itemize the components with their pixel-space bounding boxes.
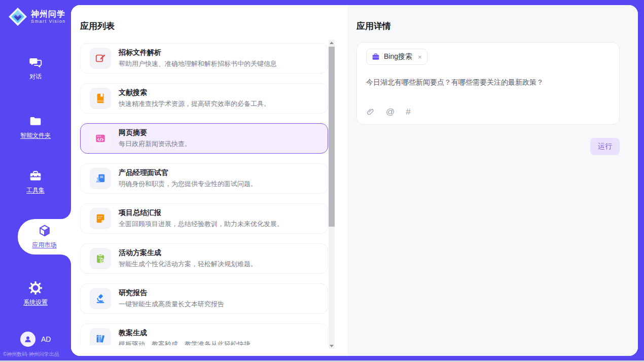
app-item-literature-search[interactable]: 文献搜索 快速精准查找学术资源，提高研究效率的必备工具。 — [80, 83, 328, 114]
interviewer-icon — [95, 173, 106, 184]
composer-toolbar: @ # — [366, 107, 610, 116]
user-avatar-icon — [23, 335, 32, 344]
sidebar-item-settings[interactable]: 系统设置 — [0, 281, 71, 307]
app-detail-title: 应用详情 — [356, 20, 620, 32]
hash-icon[interactable]: # — [406, 107, 410, 116]
sidebar-footer: ©神州数码·神州问学出品 — [3, 351, 71, 358]
app-icon-tile — [90, 128, 111, 149]
diamond-gem-icon — [8, 7, 27, 26]
app-icon-tile — [90, 248, 111, 269]
app-icon-tile — [90, 168, 111, 189]
app-item-lesson-plan[interactable]: 教案生成 模板驱动，教案秒成，教学准备从此轻松快捷 — [80, 323, 328, 345]
app-item-desc: 快速精准查找学术资源，提高研究效率的必备工具。 — [119, 99, 270, 108]
app-list: 招标文件解析 帮助用户快速、准确地理解和解析招标书中的关键信息 文献搜索 快速精… — [80, 43, 328, 345]
brand-name: 神州问学 — [31, 10, 66, 19]
clipboard-check-icon — [95, 253, 106, 264]
folder-icon — [29, 115, 42, 128]
webpage-code-icon — [95, 133, 106, 144]
app-item-title: 教案生成 — [119, 329, 251, 338]
sidebar-item-smart-folder[interactable]: 智能文件夹 — [0, 115, 71, 140]
active-tab-curve-top — [61, 209, 71, 219]
run-button[interactable]: 运行 — [590, 138, 620, 155]
app-item-desc: 每日政府新闻资讯快查。 — [119, 139, 191, 149]
scroll-down-arrow[interactable] — [329, 343, 335, 349]
briefcase-icon — [372, 53, 380, 61]
app-item-title: 研究报告 — [119, 288, 224, 298]
app-market-page: { "brand": { "name": "神州问学", "subtitle":… — [0, 0, 644, 362]
memo-icon — [95, 213, 106, 224]
app-item-desc: 智能生成个性化活动方案，轻松解决规划难题。 — [119, 260, 257, 269]
app-item-research-report[interactable]: 研究报告 一键智能生成高质量长文本研究报告 — [80, 283, 328, 314]
app-detail-panel: 应用详情 Bing搜索 × 今日湖北有哪些新闻要点？有哪些需要关注的最新政策？ … — [347, 5, 638, 356]
run-row: 运行 — [356, 138, 620, 155]
user-name: AD — [41, 335, 51, 343]
sidebar: 神州问学 Smart Vision 对话 智能文件夹 工具集 — [0, 0, 71, 362]
toolbox-icon — [29, 169, 42, 183]
book-icon — [95, 93, 106, 104]
mention-icon[interactable]: @ — [386, 107, 395, 116]
active-tab-curve-bottom — [61, 255, 71, 265]
sidebar-item-label: 对话 — [29, 73, 42, 81]
brand-logo: 神州问学 Smart Vision — [8, 7, 71, 26]
app-item-title: 招标文件解析 — [119, 48, 277, 57]
scrollbar-thumb[interactable] — [329, 47, 335, 227]
app-item-desc: 明确身份和职责，为您提供专业性的面试问题。 — [119, 179, 257, 189]
app-item-title: 活动方案生成 — [119, 248, 257, 258]
list-scrollbar[interactable] — [329, 40, 335, 349]
app-list-panel: 应用列表 招标文件解析 帮助用户快速、准确地理解和解析招标书中的关键信息 — [71, 5, 347, 356]
sidebar-item-label: 应用市场 — [32, 241, 57, 249]
close-icon[interactable]: × — [418, 54, 422, 60]
composer-card: Bing搜索 × 今日湖北有哪些新闻要点？有哪些需要关注的最新政策？ @ # — [356, 42, 620, 125]
gear-icon — [29, 281, 42, 295]
app-icon-tile — [90, 88, 111, 109]
app-item-desc: 帮助用户快速、准确地理解和解析招标书中的关键信息 — [119, 59, 277, 68]
edit-icon — [95, 53, 106, 64]
app-icon-tile — [90, 208, 111, 229]
sidebar-item-toolset[interactable]: 工具集 — [0, 169, 71, 195]
app-item-title: 网页摘要 — [119, 128, 191, 137]
app-icon-tile — [90, 328, 111, 345]
tool-chip-label: Bing搜索 — [384, 52, 412, 61]
app-item-pm-interviewer[interactable]: 产品经理面试官 明确身份和职责，为您提供专业性的面试问题。 — [80, 163, 328, 194]
tool-chip-bing-search[interactable]: Bing搜索 × — [366, 49, 427, 65]
app-icon-tile — [90, 288, 111, 309]
chat-icon — [29, 56, 42, 69]
app-item-bid-parse[interactable]: 招标文件解析 帮助用户快速、准确地理解和解析招标书中的关键信息 — [80, 43, 328, 74]
books-icon — [95, 333, 106, 344]
query-input[interactable]: 今日湖北有哪些新闻要点？有哪些需要关注的最新政策？ — [366, 78, 610, 87]
sidebar-item-app-market[interactable]: 应用市场 — [18, 219, 71, 255]
app-item-project-summary[interactable]: 项目总结汇报 全面回顾项目进展，总结经验教训，助力未来优化发展。 — [80, 203, 328, 234]
microscope-icon — [95, 293, 106, 304]
app-item-desc: 全面回顾项目进展，总结经验教训，助力未来优化发展。 — [119, 220, 283, 229]
user-row: AD — [20, 332, 71, 347]
app-item-title: 项目总结汇报 — [119, 208, 283, 218]
app-item-event-plan[interactable]: 活动方案生成 智能生成个性化活动方案，轻松解决规划难题。 — [80, 243, 328, 274]
sidebar-nav: 对话 智能文件夹 工具集 应用市场 — [0, 56, 71, 307]
cube-icon — [38, 224, 51, 237]
app-item-web-summary[interactable]: 网页摘要 每日政府新闻资讯快查。 — [80, 123, 328, 154]
app-list-title: 应用列表 — [80, 20, 347, 32]
scroll-up-arrow[interactable] — [329, 40, 335, 46]
sidebar-item-label: 系统设置 — [23, 298, 48, 307]
sidebar-item-chat[interactable]: 对话 — [0, 56, 71, 81]
main-card: 应用列表 招标文件解析 帮助用户快速、准确地理解和解析招标书中的关键信息 — [71, 5, 638, 356]
sidebar-item-label: 智能文件夹 — [20, 131, 51, 140]
app-item-desc: 模板驱动，教案秒成，教学准备从此轻松快捷 — [119, 340, 251, 345]
brand-subtitle: Smart Vision — [31, 19, 66, 24]
attachment-icon[interactable] — [366, 107, 375, 116]
app-item-title: 文献搜索 — [119, 88, 270, 97]
avatar[interactable] — [20, 332, 35, 347]
app-item-desc: 一键智能生成高质量长文本研究报告 — [119, 300, 224, 309]
sidebar-item-label: 工具集 — [26, 186, 45, 195]
app-icon-tile — [90, 48, 111, 69]
app-item-title: 产品经理面试官 — [119, 168, 257, 177]
